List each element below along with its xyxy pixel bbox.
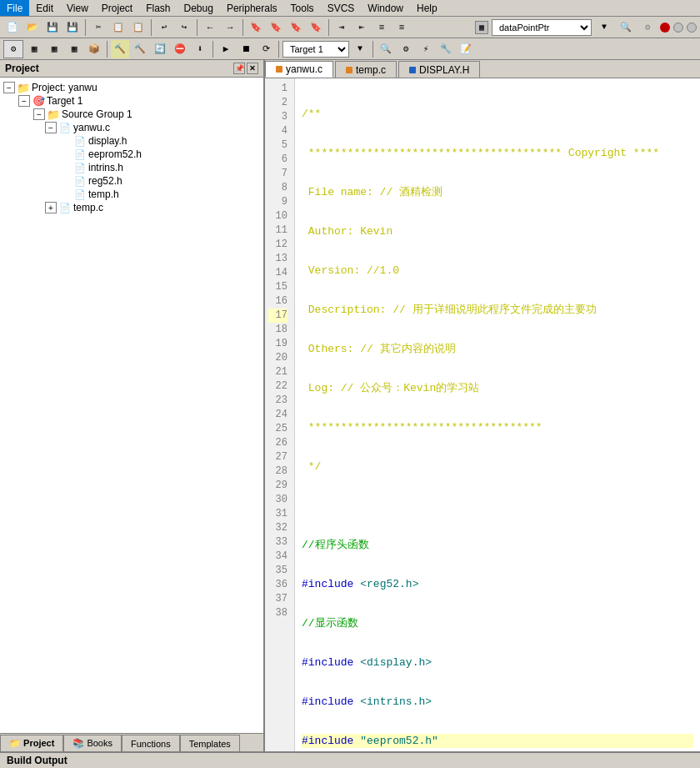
line-7: Others: // 其它内容的说明 <box>302 342 693 356</box>
bookmark-btn[interactable]: 🔖 <box>247 18 265 37</box>
tree-display-h[interactable]: 📄 display.h <box>0 134 263 148</box>
ln-1: 1 <box>268 82 288 96</box>
toolbar-icon3[interactable]: ⚙ <box>638 18 657 37</box>
bookmark2-btn[interactable]: 🔖 <box>267 18 285 37</box>
ln-26: 26 <box>268 436 288 450</box>
menu-tools[interactable]: Tools <box>284 0 321 16</box>
tab-books[interactable]: 📚 Books <box>63 735 122 751</box>
toolbar2-btn2[interactable]: ▦ <box>25 40 43 58</box>
debug-reset-btn[interactable]: ⟳ <box>257 40 275 58</box>
unindent-btn[interactable]: ⇤ <box>352 18 371 37</box>
nav-back-btn[interactable]: ← <box>201 18 219 37</box>
debug-start-btn[interactable]: ▶ <box>217 40 235 58</box>
menu-file[interactable]: File <box>0 0 29 16</box>
indent-btn[interactable]: ⇥ <box>332 18 351 37</box>
download-btn[interactable]: ⬇ <box>191 40 209 58</box>
code-editor[interactable]: 1 2 3 4 5 6 7 8 9 10 11 12 13 14 15 16 1… <box>265 78 700 751</box>
source-group-icon: 📁 <box>47 108 60 120</box>
tree-toggle-yanwu[interactable]: − <box>45 122 57 133</box>
source-group-label: Source Group 1 <box>62 108 132 120</box>
sidebar-close-btn[interactable]: ✕ <box>247 63 258 74</box>
menu-debug[interactable]: Debug <box>178 0 220 16</box>
menu-help[interactable]: Help <box>410 0 444 16</box>
tree-eeprom52-h[interactable]: 📄 eeprom52.h <box>0 148 263 161</box>
redo-btn[interactable]: ↪ <box>175 18 193 37</box>
nav-fwd-btn[interactable]: → <box>221 18 239 37</box>
tab-display-h[interactable]: DISPLAY.H <box>398 61 480 78</box>
toolbar2-btn5[interactable]: 📦 <box>85 40 103 58</box>
menu-peripherals[interactable]: Peripherals <box>220 0 284 16</box>
line-9: ************************************ <box>302 420 693 434</box>
build-btn[interactable]: 🔨 <box>111 40 129 58</box>
ln-33: 33 <box>268 535 288 550</box>
target-combo-arrow[interactable]: ▼ <box>351 40 369 58</box>
menu-project[interactable]: Project <box>95 0 139 16</box>
translate-btn[interactable]: 🔄 <box>151 40 169 58</box>
toolbar2-extra2[interactable]: ⚙ <box>397 40 415 58</box>
ln-6: 6 <box>268 153 288 167</box>
tree-yanwu-c[interactable]: − 📄 yanwu.c <box>0 121 263 134</box>
intrins-h-label: intrins.h <box>88 162 123 173</box>
toolbar2-btn4[interactable]: ▦ <box>65 40 83 58</box>
menu-flash[interactable]: Flash <box>139 0 177 16</box>
target-combo[interactable]: Target 1 <box>282 41 349 58</box>
line-numbers: 1 2 3 4 5 6 7 8 9 10 11 12 13 14 15 16 1… <box>265 78 295 751</box>
dropdown-arrow[interactable]: ▼ <box>595 18 613 37</box>
target-settings-btn[interactable]: ⚙ <box>3 40 23 58</box>
save-all-btn[interactable]: 💾 <box>63 18 82 37</box>
menu-edit[interactable]: Edit <box>29 0 60 16</box>
stop-btn[interactable]: ⛔ <box>171 40 189 58</box>
indent3-btn[interactable]: ≡ <box>392 18 411 37</box>
tree-target1[interactable]: − 🎯 Target 1 <box>0 94 263 108</box>
tab-functions[interactable]: Functions <box>122 735 180 751</box>
tree-toggle-project[interactable]: − <box>3 82 15 93</box>
tree-temp-c[interactable]: + 📄 temp.c <box>0 201 263 214</box>
tree-temp-h[interactable]: 📄 temp.h <box>0 188 263 201</box>
sidebar-pin-btn[interactable]: 📌 <box>233 63 245 74</box>
toolbar2-btn3[interactable]: ▦ <box>45 40 63 58</box>
tree-project-root[interactable]: − 📁 Project: yanwu <box>0 81 263 94</box>
save-btn[interactable]: 💾 <box>43 18 62 37</box>
tab-dot-temp <box>346 67 352 73</box>
copy-btn[interactable]: 📋 <box>109 18 128 37</box>
bookmark3-btn[interactable]: 🔖 <box>287 18 305 37</box>
debug-stop-btn[interactable]: ⏹ <box>237 40 255 58</box>
new-btn[interactable]: 📄 <box>3 18 22 37</box>
toolbar-right: ▦ dataPointPtr ▼ 🔍 ⚙ <box>475 18 697 37</box>
tree-reg52-h[interactable]: 📄 reg52.h <box>0 174 263 188</box>
toolbar-icon1[interactable]: ▦ <box>475 21 488 34</box>
rebuild-btn[interactable]: 🔨 <box>131 40 149 58</box>
tree-source-group[interactable]: − 📁 Source Group 1 <box>0 108 263 121</box>
bookmark4-btn[interactable]: 🔖 <box>307 18 325 37</box>
toolbar-icon2[interactable]: 🔍 <box>617 18 635 37</box>
toolbar2-extra3[interactable]: ⚡ <box>417 40 435 58</box>
toolbar2-extra5[interactable]: 📝 <box>457 40 475 58</box>
tree-toggle-source[interactable]: − <box>33 108 45 120</box>
paste-btn[interactable]: 📋 <box>129 18 148 37</box>
tree-toggle-temp[interactable]: + <box>45 202 57 213</box>
ln-36: 36 <box>268 578 288 592</box>
toolbar2-extra4[interactable]: 🔧 <box>437 40 455 58</box>
sidebar-tabs: 📁 Project 📚 Books Functions Templates <box>0 733 263 751</box>
tab-templates[interactable]: Templates <box>180 735 240 751</box>
menu-svcs[interactable]: SVCS <box>321 0 362 16</box>
tab-temp-c[interactable]: temp.c <box>335 61 397 78</box>
tab-project[interactable]: 📁 Project <box>0 735 63 751</box>
open-btn[interactable]: 📂 <box>23 18 42 37</box>
eeprom52-h-icon: 📄 <box>73 148 87 160</box>
menu-window[interactable]: Window <box>361 0 410 16</box>
toolbar2-extra1[interactable]: 🔍 <box>377 40 395 58</box>
undo-btn[interactable]: ↩ <box>155 18 173 37</box>
tree-toggle-target[interactable]: − <box>18 95 30 107</box>
menu-view[interactable]: View <box>60 0 95 16</box>
display-h-icon: 📄 <box>73 135 87 147</box>
datapoint-combo[interactable]: dataPointPtr <box>492 19 592 36</box>
code-content[interactable]: /** ************************************… <box>295 78 700 751</box>
sep5 <box>328 19 329 36</box>
intrins-h-icon: 📄 <box>73 162 87 173</box>
cut-btn[interactable]: ✂ <box>89 18 108 37</box>
tab-yanwu-c[interactable]: yanwu.c <box>265 61 333 78</box>
indent2-btn[interactable]: ≡ <box>372 18 391 37</box>
tree-intrins-h[interactable]: 📄 intrins.h <box>0 161 263 174</box>
ln-5: 5 <box>268 138 288 153</box>
